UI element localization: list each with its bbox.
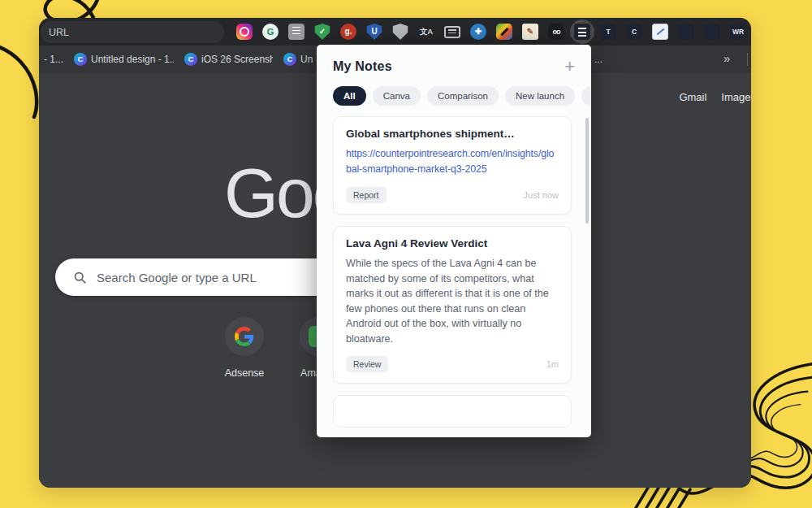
my-notes-popup: My Notes + AllCanvaComparisonNew launchR… [317, 45, 591, 437]
shortcut-adsense[interactable]: Adsense [207, 317, 282, 379]
note-card[interactable]: Global smartphones shipment…https://coun… [333, 116, 572, 215]
letter-c-extension-icon-glyph: C [626, 24, 642, 40]
chart-extension-icon-glyph [652, 24, 668, 40]
address-bar-text: URL [49, 27, 69, 38]
filter-chips: AllCanvaComparisonNew launchReport [317, 86, 591, 106]
bookmark-item[interactable]: CUn [283, 53, 313, 66]
goggles-extension-icon[interactable]: oo [547, 23, 565, 41]
grammarly-extension-icon-glyph: G [262, 24, 279, 40]
bookmarks-separator [747, 53, 748, 66]
bookmark-item[interactable]: CiOS 26 Screenshot... [184, 53, 273, 66]
note-timestamp: Just now [524, 190, 559, 200]
extensions-row: G✓g.U文A✚✎ooTCWR [235, 18, 747, 46]
card-extension-icon-glyph [444, 26, 460, 38]
images-link[interactable]: Images [721, 91, 751, 103]
translate-extension-icon-glyph: 文A [418, 24, 434, 40]
grey-shield-extension-icon[interactable] [391, 23, 409, 41]
bookmark-label: iOS 26 Screenshot... [201, 54, 273, 65]
camera-extension-icon[interactable] [235, 23, 253, 41]
filter-chip-report[interactable]: Report [581, 86, 591, 106]
notes-list: Global smartphones shipment…https://coun… [317, 116, 591, 437]
color-picker-extension-icon-glyph [496, 24, 512, 40]
dark-extension-icon-2-glyph [704, 24, 720, 40]
note-tag-badge: Report [346, 187, 387, 203]
dark-extension-icon-glyph [678, 24, 694, 40]
letter-c-extension-icon[interactable]: C [625, 23, 643, 41]
chart-extension-icon[interactable] [651, 23, 669, 41]
popup-title: My Notes [333, 59, 392, 74]
filter-chip-comparison[interactable]: Comparison [427, 86, 499, 106]
letter-t-extension-icon-glyph: T [600, 24, 616, 40]
gmail-link[interactable]: Gmail [679, 91, 706, 103]
translate-extension-icon[interactable]: 文A [417, 23, 435, 41]
canva-favicon-icon: C [184, 53, 197, 66]
shield-check-extension-icon[interactable]: ✓ [313, 23, 331, 41]
search-icon [73, 271, 87, 284]
note-title: Global smartphones shipment… [346, 128, 559, 140]
bookmark-overflow-item[interactable]: ... [594, 54, 603, 65]
filter-chip-canva[interactable]: Canva [373, 86, 421, 106]
camera-extension-icon-glyph [236, 24, 253, 40]
note-body: While the specs of the Lava Agni 4 can b… [346, 256, 559, 346]
bookmark-item[interactable]: CUntitled design - 1... [74, 53, 174, 66]
bookmark-item[interactable]: - 1... [44, 54, 63, 65]
google-nav: Gmail Images [679, 91, 751, 103]
shield-check-extension-icon-glyph: ✓ [314, 24, 330, 40]
google-g-icon [225, 317, 264, 356]
popup-scrollbar[interactable] [585, 118, 589, 224]
bookmark-label: Untitled design - 1... [91, 54, 174, 65]
wr-extension-icon[interactable]: WR [729, 23, 747, 41]
canva-favicon-icon: C [74, 53, 87, 66]
blue-flower-extension-icon-glyph: ✚ [470, 24, 486, 40]
notebook-extension-icon-glyph [288, 24, 304, 40]
blue-shield-extension-icon-glyph: U [366, 24, 382, 40]
color-picker-extension-icon[interactable] [495, 23, 513, 41]
note-footer: Review1m [346, 356, 559, 372]
search-placeholder: Search Google or type a URL [97, 271, 257, 284]
filter-chip-all[interactable]: All [333, 86, 366, 106]
tan-document-extension-icon[interactable]: ✎ [521, 23, 539, 41]
blue-flower-extension-icon[interactable]: ✚ [469, 23, 487, 41]
browser-toolbar: URL G✓g.U文A✚✎ooTCWR [39, 18, 751, 46]
browser-window: URL G✓g.U文A✚✎ooTCWR - 1...CUntitled desi… [39, 18, 751, 488]
goodreads-extension-icon-glyph: g. [340, 24, 356, 40]
bookmarks-more-chevron-icon[interactable]: » [723, 51, 730, 65]
tan-document-extension-icon-glyph: ✎ [522, 24, 538, 40]
my-notes-extension-icon[interactable] [570, 20, 594, 44]
card-extension-icon[interactable] [443, 23, 461, 41]
grammarly-extension-icon[interactable]: G [261, 23, 279, 41]
dark-extension-icon[interactable] [677, 23, 695, 41]
bookmark-label: Un [300, 54, 313, 65]
add-note-button[interactable]: + [564, 59, 575, 74]
note-link[interactable]: https://counterpointresearch.com/en/insi… [346, 146, 559, 177]
bookmark-label: - 1... [44, 54, 63, 65]
blue-shield-extension-icon[interactable]: U [365, 23, 383, 41]
notebook-extension-icon[interactable] [287, 23, 305, 41]
letter-t-extension-icon[interactable]: T [599, 23, 617, 41]
note-footer: ReportJust now [346, 187, 559, 203]
grey-shield-extension-icon-glyph [392, 24, 408, 40]
canva-favicon-icon: C [283, 53, 296, 66]
wr-extension-icon-glyph: WR [730, 24, 746, 40]
filter-chip-new-launch[interactable]: New launch [505, 86, 575, 106]
popup-header: My Notes + [317, 45, 591, 74]
goggles-extension-icon-glyph: oo [548, 24, 564, 40]
note-title: Lava Agni 4 Review Verdict [346, 237, 559, 250]
note-timestamp: 1m [546, 359, 559, 369]
address-bar[interactable]: URL [41, 21, 224, 43]
my-notes-extension-icon-glyph [574, 24, 590, 40]
note-card[interactable]: Lava Agni 4 Review VerdictWhile the spec… [333, 226, 572, 384]
note-tag-badge: Review [346, 356, 388, 372]
note-card-partial[interactable] [333, 395, 572, 428]
goodreads-extension-icon[interactable]: g. [339, 23, 357, 41]
dark-extension-icon-2[interactable] [703, 23, 721, 41]
shortcut-label: Adsense [207, 367, 282, 379]
